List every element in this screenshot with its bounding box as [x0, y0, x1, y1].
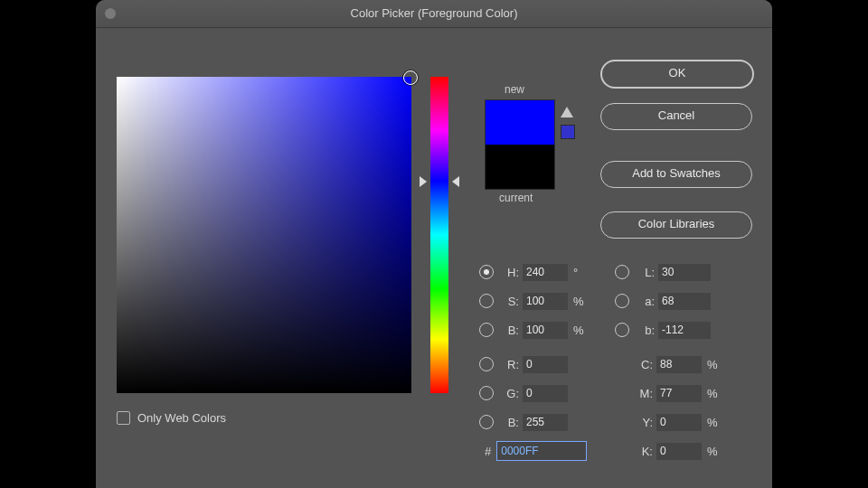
blue-label: B:: [499, 416, 519, 429]
gamut-warning-swatch[interactable]: [561, 125, 575, 139]
brightness-unit: %: [573, 324, 584, 337]
lab-a-input[interactable]: [658, 293, 711, 310]
sb-value-gradient: [117, 77, 411, 393]
current-color-label: current: [499, 192, 533, 204]
hex-hash-label: #: [485, 445, 491, 458]
red-row: R:: [479, 354, 568, 374]
lab-l-input[interactable]: [658, 264, 711, 281]
blue-input[interactable]: [523, 414, 568, 431]
saturation-label: S:: [499, 295, 519, 308]
green-input[interactable]: [523, 385, 568, 402]
hex-row: #: [485, 441, 587, 461]
brightness-input[interactable]: [523, 322, 568, 339]
cyan-unit: %: [707, 358, 718, 371]
brightness-label: B:: [499, 324, 519, 337]
black-row: K: %: [633, 441, 718, 461]
gamut-warning-icon[interactable]: [561, 107, 573, 117]
brightness-radio[interactable]: [479, 323, 494, 337]
black-label: K:: [633, 445, 653, 458]
blue-row: B:: [479, 412, 568, 432]
magenta-input[interactable]: [656, 385, 702, 402]
cyan-label: C:: [633, 358, 653, 371]
lab-b-radio[interactable]: [615, 323, 629, 337]
hex-input[interactable]: [496, 441, 587, 461]
yellow-unit: %: [707, 416, 718, 429]
ok-button[interactable]: OK: [600, 60, 754, 89]
dialog-titlebar[interactable]: Color Picker (Foreground Color): [96, 0, 772, 28]
hue-slider[interactable]: [430, 77, 448, 393]
hue-label: H:: [499, 266, 519, 279]
color-picker-dialog: Color Picker (Foreground Color) new curr…: [96, 0, 772, 488]
current-color-swatch[interactable]: [486, 145, 554, 189]
color-libraries-button[interactable]: Color Libraries: [600, 211, 752, 239]
hue-radio[interactable]: [479, 265, 494, 279]
add-to-swatches-button[interactable]: Add to Swatches: [600, 161, 752, 188]
saturation-input[interactable]: [523, 293, 568, 310]
lab-a-label: a:: [635, 295, 655, 308]
lab-b-input[interactable]: [658, 322, 711, 339]
green-radio[interactable]: [479, 386, 494, 400]
blue-radio[interactable]: [479, 415, 494, 429]
yellow-input[interactable]: [656, 414, 702, 431]
lab-a-radio[interactable]: [615, 294, 629, 308]
lab-b-row: b:: [615, 320, 711, 340]
lab-b-label: b:: [635, 324, 655, 337]
cancel-button[interactable]: Cancel: [600, 103, 752, 130]
new-color-swatch[interactable]: [486, 100, 554, 145]
saturation-unit: %: [573, 295, 584, 308]
only-web-colors-checkbox[interactable]: Only Web Colors: [117, 411, 226, 425]
hue-input[interactable]: [523, 264, 568, 281]
hue-handle-left-icon[interactable]: [420, 176, 427, 187]
new-color-label: new: [505, 83, 524, 96]
red-radio[interactable]: [479, 357, 494, 371]
saturation-row: S: %: [479, 291, 584, 311]
lab-l-row: L:: [615, 262, 711, 282]
green-row: G:: [479, 383, 568, 403]
red-input[interactable]: [523, 356, 568, 373]
close-icon[interactable]: [105, 8, 116, 19]
red-label: R:: [499, 358, 519, 371]
checkbox-icon[interactable]: [117, 411, 130, 425]
black-unit: %: [707, 445, 718, 458]
magenta-unit: %: [707, 387, 718, 400]
sb-cursor-icon[interactable]: [403, 70, 418, 85]
saturation-brightness-field[interactable]: [117, 77, 411, 393]
cyan-input[interactable]: [656, 356, 702, 373]
lab-l-radio[interactable]: [615, 265, 629, 279]
only-web-colors-label: Only Web Colors: [137, 411, 226, 425]
dialog-body: new current OK Cancel Add to Swatches Co…: [96, 27, 772, 488]
lab-l-label: L:: [635, 266, 655, 279]
hue-unit: °: [573, 266, 578, 279]
magenta-label: M:: [633, 387, 653, 400]
hue-row: H: °: [479, 262, 578, 282]
yellow-label: Y:: [633, 416, 653, 429]
magenta-row: M: %: [633, 383, 718, 403]
dialog-title: Color Picker (Foreground Color): [351, 6, 518, 20]
green-label: G:: [499, 387, 519, 400]
saturation-radio[interactable]: [479, 294, 494, 308]
color-preview-box: [485, 99, 555, 190]
black-input[interactable]: [656, 443, 702, 460]
brightness-row: B: %: [479, 320, 584, 340]
yellow-row: Y: %: [633, 412, 718, 432]
hue-handle-right-icon[interactable]: [452, 176, 459, 187]
cyan-row: C: %: [633, 354, 718, 374]
lab-a-row: a:: [615, 291, 711, 311]
